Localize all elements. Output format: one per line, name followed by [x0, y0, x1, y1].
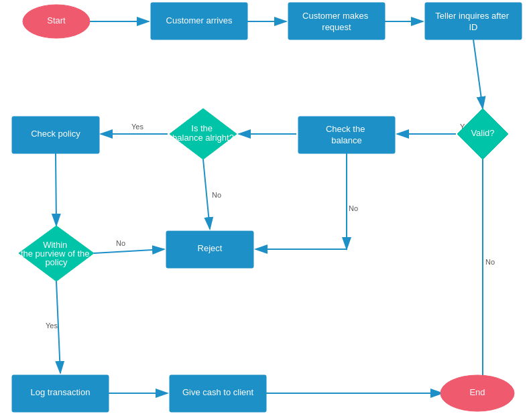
- teller-inquires-node: [425, 3, 522, 40]
- arrow-teller-valid: [473, 40, 483, 109]
- reject-label: Reject: [198, 243, 223, 253]
- check-policy-label: Check policy: [31, 129, 80, 139]
- valid-label: Valid?: [471, 128, 494, 138]
- label-purview-yes: Yes: [46, 322, 58, 330]
- label-purview-no: No: [116, 239, 125, 247]
- arrow-checkpolicy-purview: [56, 153, 56, 226]
- label-checkbalance-no: No: [349, 204, 358, 212]
- start-label: Start: [47, 15, 66, 25]
- customer-arrives-label: Customer arrives: [166, 15, 233, 25]
- give-cash-label: Give cash to client: [182, 387, 254, 397]
- arrow-balance-reject: [203, 159, 210, 229]
- label-balance-no: No: [212, 191, 221, 199]
- customer-request-node: [288, 3, 385, 40]
- end-label: End: [469, 387, 485, 397]
- label-balance-yes: Yes: [131, 123, 143, 131]
- label-valid-no: No: [485, 258, 495, 266]
- arrow-purview-reject: [94, 249, 164, 253]
- arrow-checkbalance-reject: [255, 153, 347, 249]
- log-transaction-label: Log transaction: [31, 387, 91, 397]
